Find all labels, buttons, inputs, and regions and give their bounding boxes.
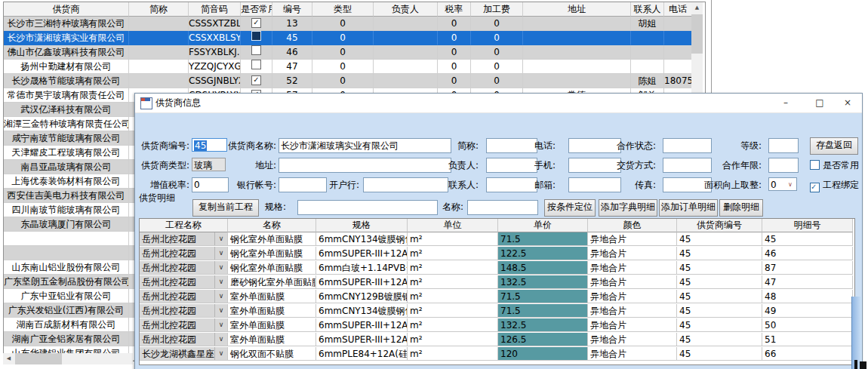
add-order-detail-button[interactable]: 添加订单明细	[659, 199, 718, 217]
cell-supplier-no[interactable]: 45	[677, 247, 762, 260]
cell-spec[interactable]: 6mmSUPER-III+12A(硅...	[316, 333, 408, 346]
column-header[interactable]: 税率	[438, 2, 471, 17]
grid-column-header[interactable]: 单价	[498, 219, 588, 232]
cell-spec[interactable]: 6mmCNY134镀膜钢化	[316, 232, 408, 246]
suppliers-vertical-scrollbar[interactable]: ▲	[691, 2, 703, 93]
cell-project-combo[interactable]: 岳州北控花园∨	[140, 333, 228, 346]
cell-spec[interactable]: 6mmSUPER-III+12A(硅...	[316, 275, 408, 289]
coop-years-field[interactable]	[768, 158, 799, 173]
cell-unit-price[interactable]: 120	[498, 347, 588, 361]
checkbox-icon[interactable]	[251, 45, 261, 55]
column-header[interactable]: 简称	[129, 2, 189, 17]
cell-product-name[interactable]: 室外单面贴膜	[228, 290, 316, 303]
locate-button[interactable]: 按条件定位	[544, 199, 596, 217]
cell-unit-price[interactable]: 132.5	[498, 318, 588, 332]
supplier-row[interactable]: 长沙市三湘特种玻璃有限公司CSSSXTZBL...13000胡姐	[4, 17, 692, 31]
chevron-down-icon[interactable]: ∨	[214, 347, 227, 361]
cell-project-combo[interactable]: 岳州北控花园∨	[140, 247, 228, 260]
cell-unit-price[interactable]: 71.5	[498, 232, 588, 246]
cell-spec[interactable]: 6mmCNY129B镀膜钢化	[316, 290, 408, 303]
cell-supplier-no[interactable]: 45	[677, 347, 762, 361]
chevron-down-icon[interactable]: ∨	[214, 318, 227, 332]
chevron-down-icon[interactable]: ∨	[214, 304, 227, 318]
cell-unit[interactable]: m²	[408, 347, 498, 361]
column-header[interactable]: 编号	[272, 2, 312, 17]
checkbox-icon[interactable]	[251, 60, 261, 69]
cell-spec[interactable]: 6mmSUPER-III+12A(硅...	[316, 247, 408, 260]
cell-project-combo[interactable]: 岳州北控花园∨	[140, 318, 228, 332]
supplier-type-field[interactable]: 玻璃	[192, 158, 226, 171]
cell-supplier-no[interactable]: 45	[677, 318, 762, 332]
delivery-field[interactable]	[663, 158, 712, 173]
cell-spec[interactable]: 6mmPLE84+12A(硅酮胶...	[316, 347, 408, 361]
grid-row[interactable]: 岳州北控花园∨室外单面贴膜6mmSUPER-III+12A(硅...m²132.…	[140, 318, 853, 333]
column-header[interactable]: 简音码	[189, 2, 241, 17]
cell-detail-no[interactable]: 46	[762, 247, 853, 260]
cell-project-combo[interactable]: 岳州北控花园∨	[140, 304, 228, 318]
supplier-row[interactable]: 佛山市亿鑫玻璃科技有限公司FSSYXBLKJ...46000	[4, 45, 692, 60]
maximize-button[interactable]: □	[807, 94, 833, 112]
grid-row[interactable]: 岳州北控花园∨钢化室外单面贴膜6mm白玻+1.14PVB+6mm...m²148…	[140, 261, 853, 275]
address-field[interactable]	[279, 158, 451, 173]
grid-row[interactable]: 岳州北控花园∨室外单面贴膜6mmCNY129B镀膜钢化m²71.5异地合片454…	[140, 290, 853, 304]
cell-unit-price[interactable]: 132.5	[498, 275, 588, 289]
column-header[interactable]: 是否常用	[241, 2, 272, 17]
cell-detail-no[interactable]: 66	[762, 347, 853, 361]
cell-unit-price[interactable]: 122.5	[498, 247, 588, 260]
cell-project-combo[interactable]: 岳州北控花园∨	[140, 290, 228, 303]
cell-project-combo[interactable]: 岳州北控花园∨	[140, 275, 228, 289]
grid-column-header[interactable]: 规格	[316, 219, 408, 232]
cell-product-name[interactable]: 室外单面贴膜	[228, 304, 316, 318]
cell-supplier-no[interactable]: 45	[677, 333, 762, 346]
cell-unit-price[interactable]: 71.5	[498, 290, 588, 303]
cell-color[interactable]: 异地合片	[588, 290, 677, 303]
grid-row[interactable]: 岳州北控花园∨室外单面贴膜6mmCNY134镀膜钢化m²71.5异地合片4549	[140, 304, 853, 318]
cell-unit[interactable]: m²	[408, 333, 498, 346]
cell-unit-price[interactable]: 148.5	[498, 261, 588, 275]
cell-detail-no[interactable]: 87	[762, 261, 853, 275]
cell-supplier-no[interactable]: 45	[677, 304, 762, 318]
cell-color[interactable]: 异地合片	[588, 247, 677, 260]
cell-product-name[interactable]: 钢化室外单面贴膜	[228, 261, 316, 275]
cell-color[interactable]: 异地合片	[588, 261, 677, 275]
cell-color[interactable]: 异地合片	[588, 318, 677, 332]
checkbox-icon[interactable]	[251, 31, 261, 41]
name-filter-input[interactable]	[467, 200, 538, 215]
cell-project-combo[interactable]: 长沙龙湖祺鑫星座∨	[140, 347, 228, 361]
cell-color[interactable]: 异地合片	[588, 232, 677, 246]
chevron-down-icon[interactable]: ∨	[214, 232, 227, 246]
bank-branch-field[interactable]	[363, 177, 448, 192]
cell-supplier-no[interactable]: 45	[677, 232, 762, 246]
cell-spec[interactable]: 6mmSUPER-III+12A(硅...	[316, 318, 408, 332]
column-header[interactable]: 供货商	[4, 2, 129, 17]
grid-column-header[interactable]: 工程名称	[140, 219, 228, 232]
grid-column-header[interactable]: 颜色	[588, 219, 677, 232]
cell-unit-price[interactable]: 71.5	[498, 304, 588, 318]
cell-product-name[interactable]: 钢化室外单面贴膜	[228, 232, 316, 246]
checkbox-icon[interactable]	[251, 18, 261, 28]
chevron-down-icon[interactable]: ∨	[214, 275, 227, 289]
chevron-down-icon[interactable]: ∨	[214, 333, 227, 346]
column-header[interactable]: 联系人	[631, 2, 664, 17]
cell-product-name[interactable]: 钢化室外单面贴膜	[228, 247, 316, 260]
cell-detail-no[interactable]: 48	[762, 290, 853, 303]
cell-color[interactable]: 异地合片	[588, 347, 677, 361]
cell-supplier-no[interactable]: 45	[677, 290, 762, 303]
chevron-down-icon[interactable]: ∨	[214, 247, 227, 260]
checkbox-icon[interactable]	[251, 75, 261, 85]
spec-filter-input[interactable]	[297, 200, 438, 215]
minimize-button[interactable]: –	[773, 94, 799, 112]
cell-color[interactable]: 异地合片	[588, 304, 677, 318]
cell-project-combo[interactable]: 岳州北控花园∨	[140, 261, 228, 275]
save-button[interactable]: 存盘返回	[810, 137, 858, 155]
grid-column-header[interactable]: 单位	[408, 219, 498, 232]
cell-unit-price[interactable]: 126.5	[498, 333, 588, 346]
column-header[interactable]: 电话	[664, 2, 692, 17]
cell-product-name[interactable]: 室外单面贴膜	[228, 333, 316, 346]
grid-column-header[interactable]: 名称	[228, 219, 316, 232]
supplier-row[interactable]: 长沙晟格节能玻璃有限公司CSSGJNBLYXGS52000陈姐180751	[4, 74, 692, 88]
cell-supplier-no[interactable]: 45	[677, 275, 762, 289]
cell-unit[interactable]: m²	[408, 247, 498, 260]
grid-row[interactable]: 岳州北控花园∨钢化室外单面贴膜6mmCNY134镀膜钢化m²71.5异地合片45…	[140, 232, 853, 247]
cell-unit[interactable]: m²	[408, 304, 498, 318]
